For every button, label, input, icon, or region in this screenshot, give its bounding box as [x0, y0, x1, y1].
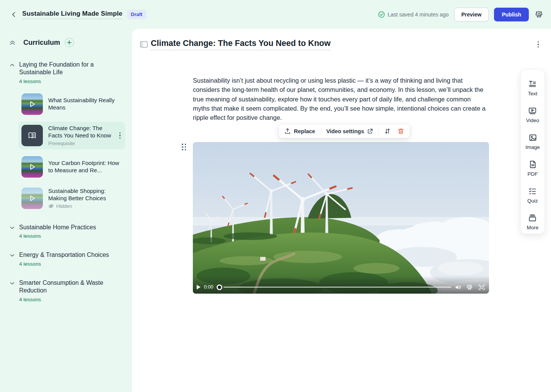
add-pdf-block-button[interactable]: PDF: [528, 160, 538, 177]
lesson-header: Climate Change: The Facts You Need to Kn…: [132, 29, 551, 50]
more-blocks-button[interactable]: More: [527, 214, 539, 230]
lesson-title: What Sustainability Really Means: [48, 97, 122, 111]
curriculum-sidebar: Curriculum Laying the Foundation for a S…: [0, 29, 132, 392]
section-title: Energy & Transportation Choices: [19, 251, 115, 259]
video-block-icon: [528, 106, 537, 115]
curriculum-header: Curriculum: [9, 38, 125, 47]
lesson-item-selected[interactable]: Climate Change: The Facts You Need to Kn…: [18, 122, 125, 149]
curriculum-section: Sustainable Home Practices 4 lessons: [9, 224, 125, 239]
settings-gear-button[interactable]: [534, 10, 544, 20]
move-block-button[interactable]: [383, 128, 392, 134]
external-link-icon: [367, 128, 373, 134]
video-timestamp: 0:00: [204, 284, 213, 290]
status-badge: Draft: [127, 10, 146, 19]
section-title: Smarter Consumption & Waste Reduction: [19, 279, 115, 295]
lesson-item[interactable]: What Sustainability Really Means: [18, 90, 125, 118]
progress-bar[interactable]: [223, 287, 451, 288]
replace-video-button[interactable]: Replace: [283, 128, 317, 134]
palette-label: Image: [525, 144, 540, 150]
add-quiz-block-button[interactable]: Quiz: [527, 187, 538, 204]
lesson-menu-button[interactable]: [118, 131, 122, 140]
course-editor: { "topbar": { "course_title": "Sustainab…: [0, 0, 551, 392]
section-lesson-count: 4 lessons: [19, 233, 125, 239]
lesson-page-menu-button[interactable]: [536, 40, 541, 49]
publish-button[interactable]: Publish: [494, 8, 529, 21]
reading-lesson-icon-box: [21, 125, 43, 146]
text-block-icon: [528, 80, 537, 88]
volume-icon: [455, 284, 461, 291]
section-lesson-count: 4 lessons: [19, 78, 125, 84]
video-controls-bar: 0:00: [193, 276, 489, 294]
add-text-block-button[interactable]: Text: [528, 80, 538, 96]
lesson-item-hidden[interactable]: Sustainable Shopping: Making Better Choi…: [18, 185, 125, 212]
plus-icon: [67, 40, 72, 45]
scrubber-handle[interactable]: [217, 284, 222, 290]
curriculum-title: Curriculum: [23, 39, 60, 47]
curriculum-section: Energy & Transportation Choices 4 lesson…: [9, 251, 125, 266]
panel-layout-icon: [140, 41, 148, 48]
open-book-icon: [27, 131, 37, 140]
replace-label: Replace: [294, 128, 315, 134]
video-frame-wind-turbines: [193, 142, 489, 294]
trash-icon: [398, 128, 404, 134]
fullscreen-button[interactable]: [478, 284, 485, 291]
chevron-down-icon: [9, 253, 15, 258]
section-lesson-count: 4 lessons: [19, 261, 125, 267]
block-drag-handle[interactable]: [182, 144, 186, 150]
section-toggle[interactable]: Energy & Transportation Choices: [9, 251, 125, 259]
video-player[interactable]: 0:00: [193, 142, 489, 294]
lesson-item[interactable]: Your Carbon Footprint: How to Measure an…: [18, 153, 125, 181]
lesson-text-block[interactable]: Sustainability isn’t just about recyclin…: [193, 76, 489, 122]
gear-icon: [535, 10, 543, 19]
image-block-icon: [528, 133, 537, 142]
chevron-down-icon: [9, 225, 15, 230]
lesson-title: Climate Change: The Facts You Need to Kn…: [48, 125, 112, 139]
collapse-all-icon[interactable]: [9, 39, 16, 46]
section-toggle[interactable]: Laying the Foundation for a Sustainable …: [9, 61, 125, 77]
volume-button[interactable]: [455, 284, 461, 291]
upload-icon: [284, 128, 291, 134]
sort-arrows-icon: [384, 128, 391, 134]
preview-button[interactable]: Preview: [454, 8, 489, 21]
add-video-block-button[interactable]: Video: [526, 106, 539, 123]
chevron-left-icon: [11, 11, 17, 18]
topbar: Sustainable Living Made Simple Draft Las…: [0, 0, 551, 29]
video-thumbnail: [21, 188, 43, 209]
section-toggle[interactable]: Sustainable Home Practices: [9, 224, 125, 231]
section-title: Laying the Foundation for a Sustainable …: [19, 61, 115, 77]
video-settings-label: Video settings: [326, 128, 364, 134]
more-blocks-icon: [528, 214, 537, 222]
toggle-sidebar-button[interactable]: [139, 39, 149, 49]
play-icon: [21, 93, 43, 115]
section-toggle[interactable]: Smarter Consumption & Waste Reduction: [9, 279, 125, 295]
eye-off-icon: [48, 203, 54, 209]
player-right-controls: [455, 284, 485, 291]
course-title[interactable]: Sustainable Living Made Simple: [22, 10, 122, 19]
add-section-button[interactable]: [65, 38, 74, 47]
section-title: Sustainable Home Practices: [19, 224, 115, 231]
curriculum-section: Smarter Consumption & Waste Reduction 4 …: [9, 279, 125, 302]
check-circle-icon: [378, 11, 385, 18]
section-lesson-count: 4 lessons: [19, 297, 125, 302]
quiz-block-icon: [528, 187, 537, 196]
quality-settings-button[interactable]: [466, 284, 473, 291]
lesson-page-title[interactable]: Climate Change: The Facts You Need to Kn…: [151, 39, 331, 50]
lesson-title: Your Carbon Footprint: How to Measure an…: [48, 160, 122, 174]
player-gear-icon: [466, 284, 473, 291]
video-settings-button[interactable]: Video settings: [325, 128, 375, 134]
palette-label: Text: [528, 91, 538, 96]
add-image-block-button[interactable]: Image: [525, 133, 540, 150]
palette-label: More: [527, 225, 539, 230]
hidden-label: Hidden: [56, 203, 72, 209]
palette-label: Quiz: [527, 198, 538, 204]
play-icon: [21, 188, 43, 209]
play-icon: [21, 156, 43, 178]
video-thumbnail: [21, 156, 43, 178]
saved-status: Last saved 4 minutes ago: [378, 11, 449, 18]
play-button[interactable]: [197, 285, 201, 289]
back-button[interactable]: [8, 9, 19, 20]
palette-label: Video: [526, 118, 539, 123]
delete-block-button[interactable]: [396, 128, 406, 134]
lesson-badge-hidden: Hidden: [48, 203, 122, 209]
toolbar-divider: [378, 127, 379, 135]
